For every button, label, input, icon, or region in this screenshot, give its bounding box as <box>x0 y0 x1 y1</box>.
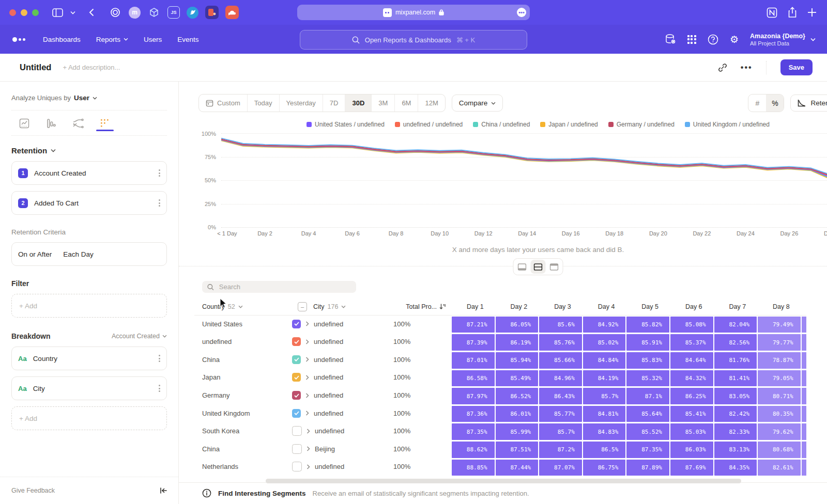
mixpanel-logo[interactable] <box>12 37 25 42</box>
sidebar-toggle-icon[interactable] <box>52 8 63 17</box>
retention-cell-day3[interactable]: 85.7% <box>539 423 582 440</box>
expand-chevron-icon[interactable] <box>305 375 309 380</box>
back-icon[interactable] <box>89 8 94 17</box>
column-header-day1[interactable]: Day 1 <box>451 298 495 316</box>
retention-cell-day7[interactable]: 83.13% <box>714 442 757 458</box>
add-filter-button[interactable]: + Add <box>11 294 167 318</box>
expand-chevron-icon[interactable] <box>307 429 310 434</box>
row-checkbox-checked[interactable] <box>292 337 301 346</box>
column-header-day3[interactable]: Day 3 <box>539 298 583 316</box>
breakdown-item-country[interactable]: Aa Country <box>11 346 167 370</box>
apps-grid-icon[interactable] <box>687 35 696 44</box>
retention-cell-day1[interactable]: 86.58% <box>452 370 495 387</box>
retention-cell-day5[interactable]: 85.82% <box>626 317 669 333</box>
expand-chevron-icon[interactable] <box>305 393 309 398</box>
row-checkbox-unchecked[interactable] <box>292 426 302 436</box>
row-checkbox-checked[interactable] <box>292 409 301 418</box>
retention-cell-day8[interactable]: 79.62% <box>758 423 801 440</box>
column-header-day4[interactable]: Day 4 <box>583 298 626 316</box>
tab-funnels[interactable] <box>44 117 58 130</box>
expand-chevron-icon[interactable] <box>307 464 310 469</box>
retention-cell-day4[interactable]: 84.92% <box>583 317 626 333</box>
retention-cell-day4[interactable]: 84.19% <box>583 370 626 387</box>
more-options-icon[interactable]: ••• <box>741 63 753 72</box>
share-icon[interactable] <box>788 7 797 18</box>
more-options-icon[interactable] <box>159 385 160 392</box>
layout-table-only-icon[interactable] <box>547 260 562 274</box>
retention-cell-day2[interactable]: 87.51% <box>496 442 539 458</box>
mixpanel-ext-icon[interactable] <box>205 6 219 19</box>
hscroll-thumb[interactable] <box>266 479 741 483</box>
settings-gear-icon[interactable]: ⚙ <box>730 34 739 45</box>
retention-section-title[interactable]: Retention <box>11 146 47 155</box>
retention-cell-day3[interactable]: 85.66% <box>539 352 582 369</box>
retention-cell-day2[interactable]: 85.94% <box>496 352 539 369</box>
retention-cell-day4[interactable]: 86.5% <box>583 442 626 458</box>
step-event-label[interactable]: Added To Cart <box>34 199 79 207</box>
retention-step-1[interactable]: 1 Account Created <box>11 161 167 185</box>
unit-number-button[interactable]: # <box>748 94 766 112</box>
column-header-total[interactable]: Total Pro... <box>393 298 451 316</box>
legend-item[interactable]: United States / undefined <box>307 121 385 128</box>
layout-split-icon[interactable] <box>531 260 546 274</box>
retention-cell-day8[interactable]: 80.35% <box>758 406 801 422</box>
retention-cell-day7[interactable]: 82.56% <box>714 334 757 351</box>
retention-cell-day8[interactable]: 80.71% <box>758 388 801 404</box>
legend-item[interactable]: United Kingdom / undefined <box>685 121 770 128</box>
retention-cell-day7[interactable]: 83.05% <box>714 388 757 404</box>
add-breakdown-button[interactable]: + Add <box>11 406 167 430</box>
retention-cell-day5[interactable]: 85.64% <box>626 406 669 422</box>
range-7d[interactable]: 7D <box>323 94 346 112</box>
give-feedback-link[interactable]: Give Feedback <box>11 487 55 494</box>
nav-item-events[interactable]: Events <box>177 36 198 43</box>
retention-cell-day1[interactable]: 87.35% <box>452 423 495 440</box>
legend-item[interactable]: Germany / undefined <box>608 121 675 128</box>
retention-cell-day1[interactable]: 87.01% <box>452 352 495 369</box>
retention-cell-day7[interactable]: 82.33% <box>714 423 757 440</box>
retention-cell-day6[interactable]: 87.69% <box>670 460 713 476</box>
collapse-sidebar-icon[interactable] <box>160 487 167 494</box>
new-tab-icon[interactable] <box>807 8 817 17</box>
breakdown-property-label[interactable]: Country <box>33 355 57 363</box>
row-checkbox-checked[interactable] <box>292 373 301 382</box>
column-header-city[interactable]: – City176 <box>290 298 393 316</box>
breakdown-event-selector[interactable]: Account Created <box>112 333 167 340</box>
retention-cell-day6[interactable]: 86.03% <box>670 442 713 458</box>
save-button[interactable]: Save <box>780 59 813 75</box>
project-switcher[interactable]: Amazonia {Demo} All Project Data <box>750 33 816 46</box>
row-checkbox-checked[interactable] <box>292 355 301 364</box>
tab-chevron-icon[interactable] <box>70 11 75 14</box>
retention-cell-day2[interactable]: 86.01% <box>496 406 539 422</box>
range-custom[interactable]: Custom <box>199 94 248 112</box>
retention-cell-day2[interactable]: 86.05% <box>496 317 539 333</box>
url-more-icon[interactable]: ••• <box>517 8 526 17</box>
retention-cell-day3[interactable]: 85.6% <box>539 317 582 333</box>
retention-cell-day4[interactable]: 86.75% <box>583 460 626 476</box>
window-controls[interactable] <box>9 9 39 16</box>
retention-cell-day5[interactable]: 85.52% <box>626 423 669 440</box>
bird-icon[interactable] <box>187 7 198 19</box>
retention-cell-day6[interactable]: 86.25% <box>670 388 713 404</box>
retention-cell-day6[interactable]: 84.64% <box>670 352 713 369</box>
copy-link-icon[interactable] <box>718 63 727 72</box>
step-event-label[interactable]: Account Created <box>34 169 86 177</box>
table-search[interactable] <box>202 281 356 293</box>
retention-cell-day2[interactable]: 86.52% <box>496 388 539 404</box>
retention-cell-day4[interactable]: 85.02% <box>583 334 626 351</box>
column-header-day6[interactable]: Day 6 <box>670 298 714 316</box>
retention-cell-day1[interactable]: 87.39% <box>452 334 495 351</box>
segments-title[interactable]: Find Interesting Segments <box>218 490 306 497</box>
expand-chevron-icon[interactable] <box>305 411 309 416</box>
retention-criteria-card[interactable]: On or After Each Day <box>11 242 167 266</box>
criteria-each-day[interactable]: Each Day <box>63 250 94 258</box>
retention-cell-day8[interactable]: 79.77% <box>758 334 801 351</box>
retention-cell-day4[interactable]: 84.83% <box>583 423 626 440</box>
retention-cell-day6[interactable]: 85.37% <box>670 334 713 351</box>
retention-cell-day1[interactable]: 87.21% <box>452 317 495 333</box>
nav-item-dashboards[interactable]: Dashboards <box>43 36 81 43</box>
js-icon[interactable]: JS <box>167 6 180 19</box>
retention-cell-day7[interactable]: 84.35% <box>714 460 757 476</box>
range-6m[interactable]: 6M <box>395 94 418 112</box>
expand-chevron-icon[interactable] <box>305 357 309 362</box>
tab-flows[interactable] <box>71 117 85 130</box>
